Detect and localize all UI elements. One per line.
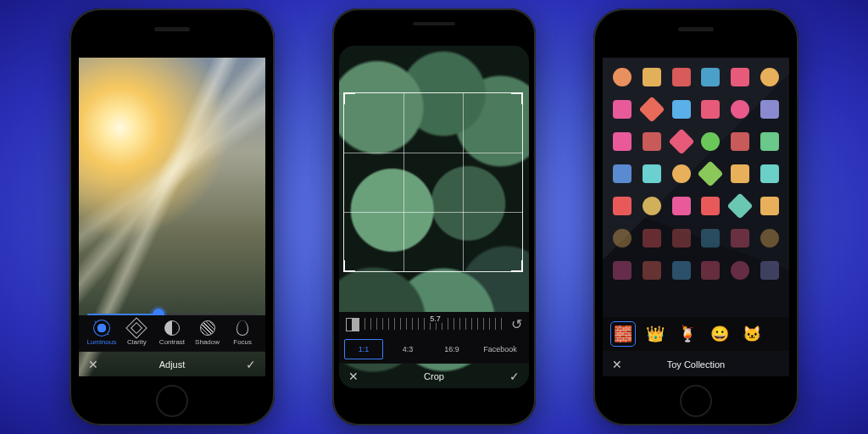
earpiece <box>678 27 714 31</box>
home-button[interactable] <box>156 385 188 417</box>
sticker-item[interactable] <box>613 132 632 151</box>
pack-blocks[interactable]: 🧱 <box>611 322 635 346</box>
sticker-item[interactable] <box>756 225 782 251</box>
sticker-item[interactable] <box>672 261 691 280</box>
drink-icon: 🍹 <box>678 325 697 343</box>
sticker-item[interactable] <box>701 68 720 86</box>
ratio-label: 16:9 <box>444 345 459 353</box>
crop-handle-br[interactable] <box>511 260 523 272</box>
sticker-item[interactable] <box>643 197 661 215</box>
sticker-item[interactable] <box>760 164 779 183</box>
panel-title: Crop <box>368 371 500 381</box>
tool-label: Luminous <box>86 338 116 346</box>
smiley-icon: 😀 <box>710 325 729 343</box>
sticker-item[interactable] <box>760 197 779 215</box>
confirm-button[interactable]: ✓ <box>500 370 529 383</box>
ratio-4-3[interactable]: 4:3 <box>388 339 427 359</box>
sticker-item[interactable] <box>672 100 691 119</box>
sticker-item[interactable] <box>643 229 661 248</box>
sticker-item[interactable] <box>701 100 720 119</box>
sticker-item[interactable] <box>731 68 749 86</box>
sticker-item[interactable] <box>760 132 779 151</box>
sticker-item[interactable] <box>668 128 694 154</box>
sticker-item[interactable] <box>698 160 724 186</box>
sticker-item[interactable] <box>701 261 720 280</box>
home-button[interactable] <box>680 385 712 417</box>
sticker-item[interactable] <box>643 68 661 86</box>
sticker-item[interactable] <box>760 100 779 119</box>
sticker-item[interactable] <box>731 164 749 183</box>
screen-adjust: Luminous Clarity Contrast Shadow Focus <box>79 58 265 376</box>
sticker-item[interactable] <box>731 132 749 151</box>
photo-canvas[interactable]: 5.7 ↺ 1:1 4:3 16:9 Facebook ✕ Crop ✓ <box>339 46 529 388</box>
sticker-item[interactable] <box>609 64 636 90</box>
cat-icon: 🐱 <box>743 325 761 343</box>
photo-canvas[interactable]: Luminous Clarity Contrast Shadow Focus <box>79 58 265 376</box>
ratio-facebook[interactable]: Facebook <box>476 339 524 359</box>
ratio-16-9[interactable]: 16:9 <box>432 339 471 359</box>
tool-label: Clarity <box>127 338 147 346</box>
sticker-item[interactable] <box>643 261 661 280</box>
tool-contrast[interactable]: Contrast <box>154 320 190 346</box>
sticker-item[interactable] <box>731 229 749 248</box>
tool-luminous[interactable]: Luminous <box>84 320 120 346</box>
sticker-item[interactable] <box>760 68 779 86</box>
sticker-item[interactable] <box>613 197 632 215</box>
tool-label: Focus <box>233 338 252 346</box>
close-button[interactable]: ✕ <box>79 358 108 371</box>
sticker-item[interactable] <box>701 229 720 248</box>
sticker-item[interactable] <box>760 261 779 280</box>
shadow-icon <box>200 320 215 336</box>
clarity-icon <box>126 317 147 338</box>
sticker-pack-row: 🧱 👑 🍹 😀 🐱 <box>603 317 789 351</box>
close-icon: ✕ <box>88 358 98 371</box>
tool-shadow[interactable]: Shadow <box>190 320 225 346</box>
panel-title: Toy Collection <box>632 359 760 370</box>
sticker-item[interactable] <box>638 96 665 122</box>
sticker-item[interactable] <box>731 100 749 119</box>
confirm-button[interactable]: ✓ <box>236 358 265 371</box>
close-button[interactable]: ✕ <box>339 370 368 383</box>
crop-frame[interactable] <box>344 93 522 271</box>
focus-icon <box>236 320 248 336</box>
sticker-item[interactable] <box>672 197 691 215</box>
sticker-item[interactable] <box>701 197 720 215</box>
phone-crop: 5.7 ↺ 1:1 4:3 16:9 Facebook ✕ Crop ✓ <box>332 8 536 426</box>
tool-clarity[interactable]: Clarity <box>120 320 155 346</box>
phone-adjust: Luminous Clarity Contrast Shadow Focus <box>70 8 275 426</box>
photo-canvas[interactable]: 🧱 👑 🍹 😀 🐱 ✕ Toy Collection <box>603 58 789 376</box>
sticker-item[interactable] <box>672 68 691 86</box>
sticker-grid <box>609 64 782 317</box>
panel-title: Adjust <box>108 359 236 370</box>
sticker-item[interactable] <box>613 229 632 248</box>
sticker-item[interactable] <box>613 261 632 280</box>
crown-icon: 👑 <box>646 325 665 343</box>
angle-ruler[interactable]: 5.7 <box>364 318 506 330</box>
ratio-1-1[interactable]: 1:1 <box>344 339 383 359</box>
crop-handle-bl[interactable] <box>343 260 355 272</box>
rotate-reset-button[interactable]: ↺ <box>511 316 522 332</box>
tool-focus[interactable]: Focus <box>225 320 260 346</box>
crop-handle-tl[interactable] <box>343 92 355 104</box>
check-icon: ✓ <box>246 358 256 371</box>
sticker-item[interactable] <box>731 261 749 280</box>
contrast-icon <box>164 320 180 336</box>
sticker-item[interactable] <box>613 100 632 119</box>
crop-handle-tr[interactable] <box>511 92 523 104</box>
sticker-item[interactable] <box>643 164 661 183</box>
flip-icon[interactable] <box>346 318 359 330</box>
pack-crown[interactable]: 👑 <box>643 322 667 346</box>
sticker-item[interactable] <box>643 132 661 151</box>
pack-cat[interactable]: 🐱 <box>740 322 764 346</box>
earpiece <box>154 27 190 31</box>
sticker-item[interactable] <box>613 164 632 183</box>
sticker-item[interactable] <box>726 192 753 219</box>
sticker-item[interactable] <box>672 229 691 248</box>
sticker-item[interactable] <box>672 164 691 183</box>
sticker-item[interactable] <box>701 132 720 151</box>
pack-drink[interactable]: 🍹 <box>676 322 699 346</box>
pack-smiley[interactable]: 😀 <box>708 322 732 346</box>
ratio-label: Facebook <box>483 345 517 353</box>
bottom-bar: ✕ Toy Collection <box>603 351 789 376</box>
close-button[interactable]: ✕ <box>603 358 632 371</box>
